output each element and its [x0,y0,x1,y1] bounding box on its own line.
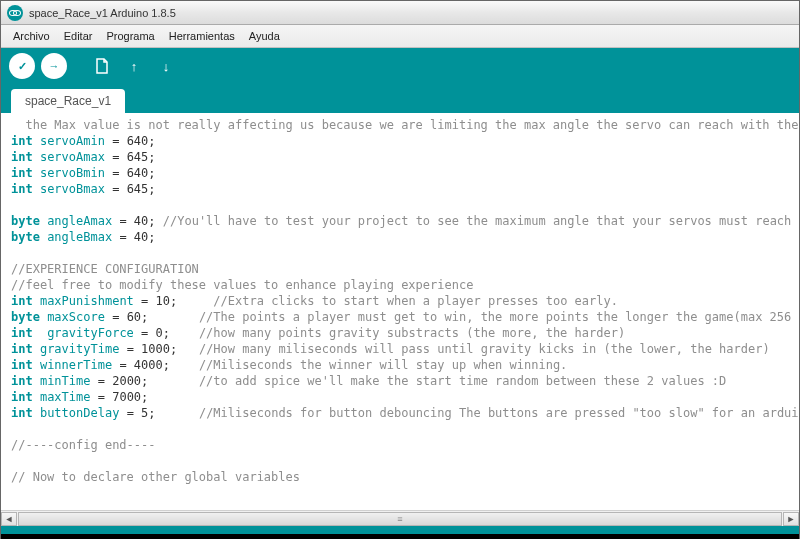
menu-editar[interactable]: Editar [58,28,99,44]
app-window: space_Race_v1 Arduino 1.8.5 Archivo Edit… [0,0,800,539]
file-icon [95,58,109,74]
status-strip [1,526,799,534]
upload-button[interactable]: → [41,53,67,79]
scroll-thumb[interactable]: ≡ [18,512,782,526]
verify-button[interactable]: ✓ [9,53,35,79]
tabbar: space_Race_v1 [1,84,799,113]
code-editor[interactable]: the Max value is not really affecting us… [1,113,799,510]
toolbar: ✓ → ↑ ↓ [1,48,799,84]
tab-sketch[interactable]: space_Race_v1 [11,89,125,113]
chevron-left-icon: ◄ [5,514,14,524]
arrow-right-icon: → [49,60,60,72]
output-console[interactable] [1,534,799,539]
window-title: space_Race_v1 Arduino 1.8.5 [29,7,176,19]
scroll-right-button[interactable]: ► [783,512,799,526]
arduino-logo-icon [7,5,23,21]
scroll-left-button[interactable]: ◄ [1,512,17,526]
save-button[interactable]: ↓ [153,53,179,79]
chevron-right-icon: ► [787,514,796,524]
grip-icon: ≡ [397,514,402,524]
arrow-down-icon: ↓ [163,59,170,74]
menu-ayuda[interactable]: Ayuda [243,28,286,44]
check-icon: ✓ [18,60,27,73]
menubar: Archivo Editar Programa Herramientas Ayu… [1,25,799,48]
open-button[interactable]: ↑ [121,53,147,79]
arrow-up-icon: ↑ [131,59,138,74]
titlebar[interactable]: space_Race_v1 Arduino 1.8.5 [1,1,799,25]
menu-herramientas[interactable]: Herramientas [163,28,241,44]
horizontal-scrollbar[interactable]: ◄ ≡ ► [1,510,799,526]
menu-programa[interactable]: Programa [100,28,160,44]
menu-archivo[interactable]: Archivo [7,28,56,44]
new-button[interactable] [89,53,115,79]
